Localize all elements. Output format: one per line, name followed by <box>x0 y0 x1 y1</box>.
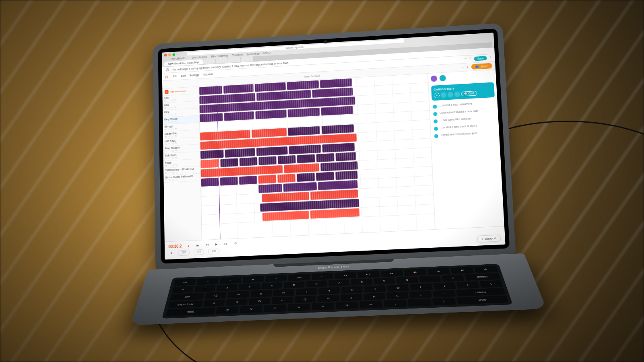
zoom-in-icon[interactable]: + <box>466 66 468 68</box>
audio-clip[interactable] <box>220 177 238 185</box>
undo-icon[interactable]: ↶ <box>464 57 467 62</box>
audio-clip[interactable] <box>321 106 353 115</box>
fx-icon[interactable]: fx <box>175 128 177 130</box>
browser-tab[interactable] <box>228 57 241 63</box>
headphone-icon[interactable]: ∩ <box>169 142 170 145</box>
chat-button[interactable]: 💬 Chat <box>461 91 477 97</box>
audio-clip[interactable] <box>224 111 254 121</box>
audio-clip[interactable] <box>284 163 320 173</box>
collaborator-avatar[interactable] <box>448 92 454 97</box>
mute-icon[interactable]: ▭ <box>164 113 167 116</box>
audio-clip[interactable] <box>239 157 258 166</box>
zoom-out-icon[interactable]: − <box>462 66 463 69</box>
fx-icon[interactable]: fx <box>175 113 177 116</box>
save-button[interactable]: Save <box>474 56 487 61</box>
headphone-icon[interactable]: ∩ <box>168 113 170 116</box>
fx-icon[interactable]: fx <box>174 99 176 101</box>
bookmark-item[interactable]: Bible Gateway <box>211 54 228 58</box>
volume-icon[interactable]: ◁ <box>172 178 174 181</box>
time-signature[interactable]: 4/4 <box>194 249 204 255</box>
mute-icon[interactable]: ▭ <box>165 128 167 131</box>
mute-icon[interactable]: ▭ <box>164 106 167 109</box>
audio-clip[interactable] <box>320 78 353 88</box>
audio-clip[interactable] <box>320 161 358 171</box>
close-icon[interactable] <box>164 54 167 57</box>
share-button[interactable]: 👥 Share <box>471 63 492 70</box>
mute-icon[interactable]: ▭ <box>165 150 167 152</box>
mute-icon[interactable]: ▭ <box>164 99 166 102</box>
menu-file[interactable]: File <box>173 75 178 78</box>
fx-icon[interactable]: fx <box>176 178 178 181</box>
fx-icon[interactable]: fx <box>175 135 177 138</box>
mute-icon[interactable]: ▭ <box>164 121 167 123</box>
add-collaborator-button[interactable]: + <box>434 93 440 98</box>
fx-icon[interactable]: fx <box>175 142 177 145</box>
loop-icon[interactable]: ⟲ <box>233 241 238 246</box>
audio-clip[interactable] <box>262 211 309 221</box>
audio-clip[interactable] <box>322 124 354 134</box>
audio-clip[interactable] <box>200 159 219 168</box>
audio-clip[interactable] <box>287 80 319 90</box>
volume-icon[interactable]: ◁ <box>172 171 174 174</box>
headphone-icon[interactable]: ∩ <box>168 99 169 102</box>
fx-icon[interactable]: fx <box>175 164 178 167</box>
headphone-icon[interactable]: ∩ <box>169 164 170 167</box>
mute-icon[interactable]: ▭ <box>165 171 167 174</box>
headphone-icon[interactable]: ∩ <box>168 135 170 138</box>
audio-clip[interactable] <box>258 184 282 193</box>
audio-clip[interactable] <box>252 128 287 138</box>
headphone-icon[interactable]: ∩ <box>168 128 170 131</box>
audio-clip[interactable] <box>316 153 334 162</box>
nav-back-icon[interactable]: ‹ <box>178 53 178 56</box>
browser-tab[interactable] <box>203 59 215 64</box>
audio-clip[interactable] <box>297 173 315 182</box>
record-button[interactable]: ● <box>186 243 191 249</box>
audio-clip[interactable] <box>200 150 224 159</box>
volume-icon[interactable]: ◁ <box>172 164 174 167</box>
collaborator-avatar[interactable] <box>454 91 460 97</box>
rewind-icon[interactable]: ◂◂ <box>204 242 210 247</box>
bookmark-item[interactable]: Website Hub <box>192 56 207 59</box>
mute-icon[interactable]: ▭ <box>165 157 167 160</box>
audio-clip[interactable] <box>297 154 315 163</box>
audio-clip[interactable] <box>201 178 219 187</box>
headphone-icon[interactable]: ∩ <box>168 106 169 109</box>
volume-icon[interactable]: ◁ <box>172 149 174 152</box>
audio-clip[interactable] <box>255 109 287 119</box>
maximize-icon[interactable] <box>172 53 175 56</box>
audio-clip[interactable] <box>258 156 277 165</box>
audio-clip[interactable] <box>277 174 296 183</box>
audio-clip[interactable] <box>278 155 296 164</box>
volume-icon[interactable]: ◁ <box>171 99 173 102</box>
headphone-icon[interactable]: ∩ <box>169 179 171 181</box>
audio-clip[interactable] <box>310 208 359 219</box>
audio-clip[interactable] <box>322 143 355 152</box>
menu-tutorials[interactable]: Tutorials <box>203 73 213 76</box>
bookmark-item[interactable]: BackOffice – SOF-J <box>246 51 270 56</box>
mute-icon[interactable]: ▭ <box>165 142 167 145</box>
app-logo[interactable]: {···} <box>165 75 167 78</box>
audio-clip[interactable] <box>318 180 358 190</box>
audio-clip[interactable] <box>316 172 334 181</box>
audio-clip[interactable] <box>225 148 255 158</box>
volume-icon[interactable]: ◁ <box>172 156 174 159</box>
fx-icon[interactable]: fx <box>175 120 177 123</box>
metronome-icon[interactable]: ⧗ <box>169 251 174 256</box>
volume-icon[interactable]: ◁ <box>171 113 173 116</box>
export-icon[interactable]: ⇪ <box>489 56 492 60</box>
menu-settings[interactable]: Settings <box>190 74 199 77</box>
mute-icon[interactable]: ▭ <box>165 135 167 138</box>
user-avatar[interactable] <box>440 75 446 81</box>
audio-clip[interactable] <box>223 84 254 94</box>
audio-clip[interactable] <box>254 82 286 92</box>
fx-icon[interactable]: fx <box>175 149 177 152</box>
headphone-icon[interactable]: ∩ <box>168 121 170 123</box>
skip-start-icon[interactable]: ⏮ <box>195 242 200 248</box>
audio-clip[interactable] <box>200 113 223 122</box>
volume-icon[interactable]: ◁ <box>171 135 173 138</box>
project-title[interactable]: New Session <box>304 74 320 78</box>
volume-icon[interactable]: ◁ <box>171 128 173 130</box>
volume-icon[interactable]: ◁ <box>172 142 174 145</box>
arrange-view[interactable] <box>199 74 436 240</box>
mute-icon[interactable]: ▭ <box>165 179 167 181</box>
